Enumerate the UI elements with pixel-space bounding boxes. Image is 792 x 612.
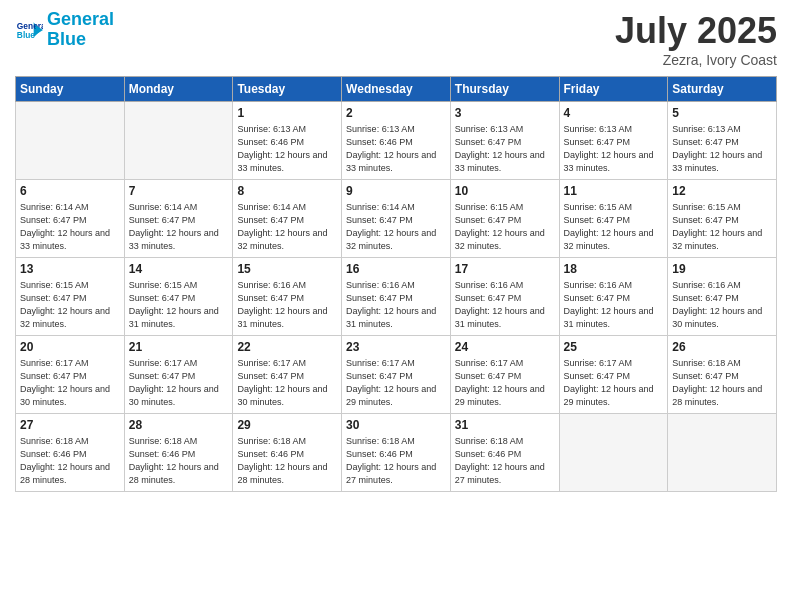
calendar-cell: 9Sunrise: 6:14 AMSunset: 6:47 PMDaylight… <box>342 180 451 258</box>
calendar-cell: 6Sunrise: 6:14 AMSunset: 6:47 PMDaylight… <box>16 180 125 258</box>
day-number: 26 <box>672 339 772 355</box>
day-info: Sunrise: 6:15 AMSunset: 6:47 PMDaylight:… <box>20 280 110 328</box>
day-info: Sunrise: 6:18 AMSunset: 6:46 PMDaylight:… <box>20 436 110 484</box>
day-header: Sunday <box>16 77 125 102</box>
calendar-cell: 31Sunrise: 6:18 AMSunset: 6:46 PMDayligh… <box>450 414 559 492</box>
day-number: 28 <box>129 417 229 433</box>
month-title: July 2025 <box>615 10 777 52</box>
day-number: 4 <box>564 105 664 121</box>
svg-text:Blue: Blue <box>17 30 35 40</box>
calendar-cell: 5Sunrise: 6:13 AMSunset: 6:47 PMDaylight… <box>668 102 777 180</box>
calendar-week-row: 20Sunrise: 6:17 AMSunset: 6:47 PMDayligh… <box>16 336 777 414</box>
day-number: 22 <box>237 339 337 355</box>
calendar-cell: 19Sunrise: 6:16 AMSunset: 6:47 PMDayligh… <box>668 258 777 336</box>
day-header: Wednesday <box>342 77 451 102</box>
day-header: Monday <box>124 77 233 102</box>
title-block: July 2025 Zezra, Ivory Coast <box>615 10 777 68</box>
day-number: 24 <box>455 339 555 355</box>
calendar-cell: 18Sunrise: 6:16 AMSunset: 6:47 PMDayligh… <box>559 258 668 336</box>
day-info: Sunrise: 6:13 AMSunset: 6:46 PMDaylight:… <box>346 124 436 172</box>
day-info: Sunrise: 6:14 AMSunset: 6:47 PMDaylight:… <box>129 202 219 250</box>
day-info: Sunrise: 6:16 AMSunset: 6:47 PMDaylight:… <box>672 280 762 328</box>
day-number: 18 <box>564 261 664 277</box>
calendar-cell: 10Sunrise: 6:15 AMSunset: 6:47 PMDayligh… <box>450 180 559 258</box>
day-header: Thursday <box>450 77 559 102</box>
calendar-cell: 21Sunrise: 6:17 AMSunset: 6:47 PMDayligh… <box>124 336 233 414</box>
calendar-cell: 3Sunrise: 6:13 AMSunset: 6:47 PMDaylight… <box>450 102 559 180</box>
day-info: Sunrise: 6:15 AMSunset: 6:47 PMDaylight:… <box>455 202 545 250</box>
calendar-cell <box>16 102 125 180</box>
day-number: 7 <box>129 183 229 199</box>
day-header: Friday <box>559 77 668 102</box>
calendar-cell: 22Sunrise: 6:17 AMSunset: 6:47 PMDayligh… <box>233 336 342 414</box>
day-info: Sunrise: 6:18 AMSunset: 6:46 PMDaylight:… <box>455 436 545 484</box>
calendar-cell: 7Sunrise: 6:14 AMSunset: 6:47 PMDaylight… <box>124 180 233 258</box>
day-info: Sunrise: 6:17 AMSunset: 6:47 PMDaylight:… <box>455 358 545 406</box>
calendar-cell: 30Sunrise: 6:18 AMSunset: 6:46 PMDayligh… <box>342 414 451 492</box>
day-number: 1 <box>237 105 337 121</box>
day-info: Sunrise: 6:18 AMSunset: 6:46 PMDaylight:… <box>237 436 327 484</box>
page: General Blue GeneralBlue July 2025 Zezra… <box>0 0 792 612</box>
day-header: Saturday <box>668 77 777 102</box>
calendar-cell: 24Sunrise: 6:17 AMSunset: 6:47 PMDayligh… <box>450 336 559 414</box>
calendar-week-row: 1Sunrise: 6:13 AMSunset: 6:46 PMDaylight… <box>16 102 777 180</box>
day-info: Sunrise: 6:18 AMSunset: 6:46 PMDaylight:… <box>129 436 219 484</box>
calendar-cell: 16Sunrise: 6:16 AMSunset: 6:47 PMDayligh… <box>342 258 451 336</box>
calendar-week-row: 6Sunrise: 6:14 AMSunset: 6:47 PMDaylight… <box>16 180 777 258</box>
calendar: SundayMondayTuesdayWednesdayThursdayFrid… <box>15 76 777 492</box>
day-info: Sunrise: 6:13 AMSunset: 6:47 PMDaylight:… <box>672 124 762 172</box>
day-info: Sunrise: 6:14 AMSunset: 6:47 PMDaylight:… <box>346 202 436 250</box>
calendar-cell: 1Sunrise: 6:13 AMSunset: 6:46 PMDaylight… <box>233 102 342 180</box>
day-info: Sunrise: 6:17 AMSunset: 6:47 PMDaylight:… <box>237 358 327 406</box>
calendar-cell <box>124 102 233 180</box>
day-number: 27 <box>20 417 120 433</box>
day-info: Sunrise: 6:16 AMSunset: 6:47 PMDaylight:… <box>455 280 545 328</box>
day-info: Sunrise: 6:15 AMSunset: 6:47 PMDaylight:… <box>672 202 762 250</box>
day-number: 31 <box>455 417 555 433</box>
day-number: 17 <box>455 261 555 277</box>
day-number: 14 <box>129 261 229 277</box>
day-info: Sunrise: 6:17 AMSunset: 6:47 PMDaylight:… <box>346 358 436 406</box>
day-info: Sunrise: 6:17 AMSunset: 6:47 PMDaylight:… <box>564 358 654 406</box>
calendar-cell: 28Sunrise: 6:18 AMSunset: 6:46 PMDayligh… <box>124 414 233 492</box>
calendar-cell: 17Sunrise: 6:16 AMSunset: 6:47 PMDayligh… <box>450 258 559 336</box>
calendar-cell: 8Sunrise: 6:14 AMSunset: 6:47 PMDaylight… <box>233 180 342 258</box>
day-info: Sunrise: 6:16 AMSunset: 6:47 PMDaylight:… <box>346 280 436 328</box>
day-number: 25 <box>564 339 664 355</box>
calendar-cell: 29Sunrise: 6:18 AMSunset: 6:46 PMDayligh… <box>233 414 342 492</box>
day-info: Sunrise: 6:18 AMSunset: 6:46 PMDaylight:… <box>346 436 436 484</box>
day-number: 21 <box>129 339 229 355</box>
day-number: 30 <box>346 417 446 433</box>
calendar-cell: 2Sunrise: 6:13 AMSunset: 6:46 PMDaylight… <box>342 102 451 180</box>
day-info: Sunrise: 6:16 AMSunset: 6:47 PMDaylight:… <box>564 280 654 328</box>
day-number: 9 <box>346 183 446 199</box>
day-number: 23 <box>346 339 446 355</box>
day-number: 2 <box>346 105 446 121</box>
calendar-header-row: SundayMondayTuesdayWednesdayThursdayFrid… <box>16 77 777 102</box>
calendar-cell: 20Sunrise: 6:17 AMSunset: 6:47 PMDayligh… <box>16 336 125 414</box>
day-info: Sunrise: 6:18 AMSunset: 6:47 PMDaylight:… <box>672 358 762 406</box>
calendar-cell: 4Sunrise: 6:13 AMSunset: 6:47 PMDaylight… <box>559 102 668 180</box>
day-info: Sunrise: 6:17 AMSunset: 6:47 PMDaylight:… <box>129 358 219 406</box>
day-number: 8 <box>237 183 337 199</box>
calendar-cell: 27Sunrise: 6:18 AMSunset: 6:46 PMDayligh… <box>16 414 125 492</box>
calendar-cell: 26Sunrise: 6:18 AMSunset: 6:47 PMDayligh… <box>668 336 777 414</box>
day-number: 13 <box>20 261 120 277</box>
calendar-cell: 14Sunrise: 6:15 AMSunset: 6:47 PMDayligh… <box>124 258 233 336</box>
calendar-cell <box>559 414 668 492</box>
location: Zezra, Ivory Coast <box>615 52 777 68</box>
calendar-cell <box>668 414 777 492</box>
calendar-cell: 23Sunrise: 6:17 AMSunset: 6:47 PMDayligh… <box>342 336 451 414</box>
day-info: Sunrise: 6:14 AMSunset: 6:47 PMDaylight:… <box>237 202 327 250</box>
header: General Blue GeneralBlue July 2025 Zezra… <box>15 10 777 68</box>
calendar-week-row: 27Sunrise: 6:18 AMSunset: 6:46 PMDayligh… <box>16 414 777 492</box>
day-info: Sunrise: 6:14 AMSunset: 6:47 PMDaylight:… <box>20 202 110 250</box>
calendar-cell: 11Sunrise: 6:15 AMSunset: 6:47 PMDayligh… <box>559 180 668 258</box>
day-number: 16 <box>346 261 446 277</box>
day-info: Sunrise: 6:15 AMSunset: 6:47 PMDaylight:… <box>129 280 219 328</box>
day-info: Sunrise: 6:17 AMSunset: 6:47 PMDaylight:… <box>20 358 110 406</box>
day-number: 5 <box>672 105 772 121</box>
day-number: 15 <box>237 261 337 277</box>
day-info: Sunrise: 6:13 AMSunset: 6:47 PMDaylight:… <box>564 124 654 172</box>
calendar-cell: 15Sunrise: 6:16 AMSunset: 6:47 PMDayligh… <box>233 258 342 336</box>
